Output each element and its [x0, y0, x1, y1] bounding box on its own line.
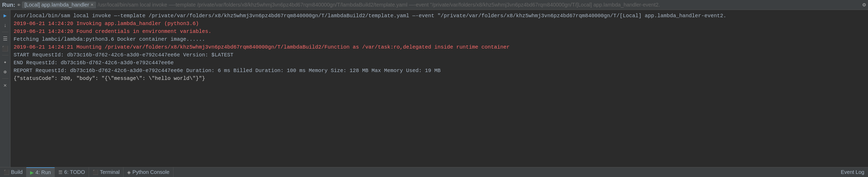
console-line: Fetching lambci/lambda:python3.6 Docker …: [13, 36, 865, 43]
top-toolbar: Run: ⌦ [Local] app.lambda_handler × /usr…: [0, 0, 868, 10]
todo-tab[interactable]: ☰ 6: TODO: [55, 167, 89, 177]
sidebar-run-icon[interactable]: ▶: [1, 11, 9, 19]
console-line: /usr/local/bin/sam local invoke —-templa…: [13, 12, 865, 20]
python-console-tab[interactable]: ◈ Python Console: [123, 167, 173, 177]
python-icon: ◈: [127, 170, 131, 175]
sidebar-print-icon[interactable]: ⊕: [1, 68, 9, 76]
terminal-tab[interactable]: ⬛ Terminal: [89, 167, 124, 177]
run-tab[interactable]: ▶ 4: Run: [26, 167, 55, 177]
sidebar: ▶ ↓ ☰ ⬛ ✦ ⊕ ✕: [0, 10, 10, 167]
config-tab[interactable]: [Local] app.lambda_handler ×: [22, 2, 96, 8]
sidebar-pin-icon[interactable]: ✦: [1, 58, 9, 66]
python-console-label: Python Console: [132, 169, 169, 175]
console-line: START RequestId: db73c16b-d762-42c6-a3d0…: [13, 51, 865, 59]
terminal-icon: ⬛: [93, 170, 98, 175]
console-line: 2019-06-21 14:24:20 Found credentials in…: [13, 28, 865, 36]
todo-label: 6: TODO: [64, 169, 85, 175]
build-tab[interactable]: ⬛ Build: [0, 167, 26, 177]
event-log-tab[interactable]: Event Log: [837, 167, 868, 177]
config-tab-close-icon[interactable]: ×: [91, 2, 94, 7]
run-label: 4: Run: [35, 170, 51, 175]
command-text: /usr/local/bin/sam local invoke —-templa…: [98, 2, 660, 8]
lambda-icon: ⌦: [18, 2, 21, 7]
todo-icon: ☰: [58, 170, 63, 175]
sidebar-stop-icon[interactable]: ⬛: [1, 45, 9, 52]
console-line: 2019-06-21 14:24:21 Mounting /private/va…: [13, 43, 865, 51]
console-output[interactable]: /usr/local/bin/sam local invoke —-templa…: [10, 10, 868, 167]
console-line: {"statusCode": 200, "body": "{\"message\…: [13, 75, 865, 82]
console-line: END RequestId: db73c16b-d762-42c6-a3d0-e…: [13, 59, 865, 67]
console-line: 2019-06-21 14:24:20 Invoking app.lambda_…: [13, 20, 865, 28]
main-area: ▶ ↓ ☰ ⬛ ✦ ⊕ ✕ /usr/local/bin/sam local i…: [0, 10, 868, 167]
gear-icon[interactable]: ⚙: [863, 1, 866, 8]
event-log-label: Event Log: [841, 169, 864, 175]
terminal-label: Terminal: [100, 169, 120, 175]
config-tab-name: [Local] app.lambda_handler: [25, 2, 89, 8]
build-label: Build: [11, 169, 23, 175]
run-label: Run:: [2, 2, 15, 8]
build-icon: ⬛: [4, 170, 9, 175]
sidebar-separator-3: [2, 78, 8, 79]
sidebar-delete-icon[interactable]: ✕: [1, 81, 9, 89]
sidebar-down-icon[interactable]: ↓: [1, 22, 9, 29]
run-play-icon: ▶: [30, 170, 34, 175]
status-bar: ⬛ Build ▶ 4: Run ☰ 6: TODO ⬛ Terminal ◈ …: [0, 167, 868, 177]
sidebar-list-icon[interactable]: ☰: [1, 35, 9, 42]
console-line: REPORT RequestId: db73c16b-d762-42c6-a3d…: [13, 67, 865, 75]
